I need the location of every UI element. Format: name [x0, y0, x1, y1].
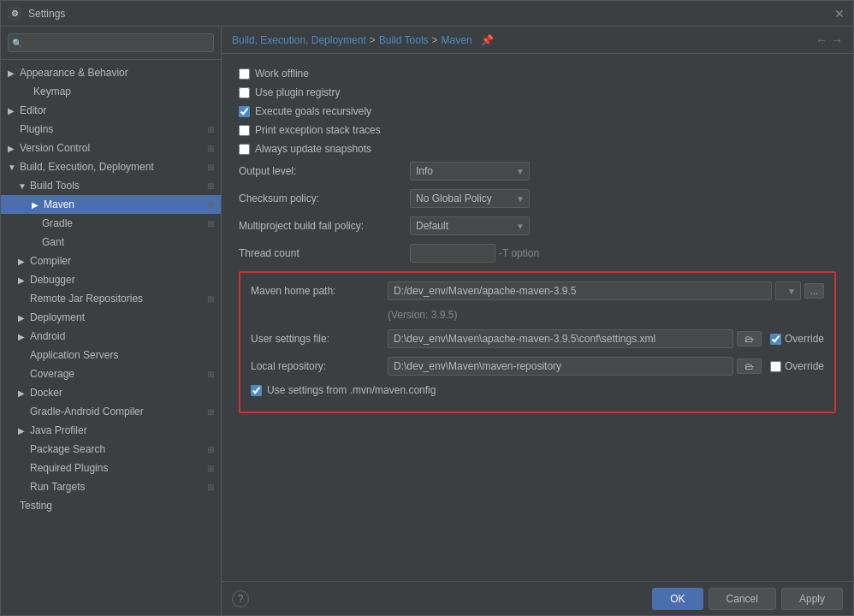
sidebar-item-label: Remote Jar Repositories: [30, 293, 207, 305]
sidebar-item-version-control[interactable]: ▶ Version Control ⊞: [1, 139, 221, 157]
use-plugin-registry-checkbox[interactable]: [239, 87, 250, 98]
sidebar-item-appearance[interactable]: ▶ Appearance & Behavior: [1, 63, 221, 82]
execute-goals-checkbox[interactable]: [239, 106, 250, 117]
maven-home-row: Maven home path: ▼ ...: [251, 281, 824, 300]
execute-goals-row: Execute goals recursively: [239, 105, 836, 117]
sidebar-item-deployment[interactable]: ▶ Deployment: [1, 308, 221, 327]
breadcrumb-sep1: >: [370, 34, 376, 46]
use-settings-checkbox[interactable]: [251, 385, 262, 396]
expand-arrow: ▶: [18, 332, 27, 341]
sidebar-item-package-search[interactable]: Package Search ⊞: [1, 440, 221, 459]
local-repo-override-wrap: Override: [770, 360, 824, 372]
sidebar-item-label: Required Plugins: [30, 462, 207, 474]
breadcrumb-build-exec[interactable]: Build, Execution, Deployment: [232, 34, 366, 46]
sidebar-item-build-exec-deploy[interactable]: ▼ Build, Execution, Deployment ⊞: [1, 157, 221, 176]
action-buttons: OK Cancel Apply: [652, 588, 843, 610]
sidebar-item-label: Editor: [20, 104, 214, 116]
user-settings-browse-button[interactable]: 🗁: [737, 331, 762, 346]
thread-count-input[interactable]: [410, 244, 495, 263]
local-repo-row: Local repository: 🗁 Override: [251, 357, 824, 376]
checksum-policy-select[interactable]: No Global Policy Warn Fail Ignore: [410, 189, 530, 208]
sidebar-item-run-targets[interactable]: Run Targets ⊞: [1, 477, 221, 496]
always-update-checkbox[interactable]: [239, 144, 250, 155]
breadcrumb-pin[interactable]: 📌: [481, 34, 494, 46]
maven-home-input[interactable]: [388, 281, 772, 300]
multiproject-policy-select-wrap: Default Never Always AtEnd AtRequest ▼: [410, 216, 530, 235]
sidebar-item-label: Deployment: [30, 311, 214, 323]
sidebar-item-java-profiler[interactable]: ▶ Java Profiler: [1, 421, 221, 440]
badge-icon: ⊞: [207, 370, 214, 379]
settings-window: ⚙ Settings ✕ ▶ Appearance & Behavior Key…: [0, 0, 854, 616]
help-button[interactable]: ?: [232, 590, 249, 607]
sidebar-item-debugger[interactable]: ▶ Debugger: [1, 270, 221, 289]
nav-forward[interactable]: →: [831, 33, 843, 47]
maven-home-dropdown[interactable]: [775, 281, 801, 300]
sidebar-item-label: Gradle: [42, 217, 207, 229]
sidebar-item-app-servers[interactable]: Application Servers: [1, 346, 221, 364]
maven-home-label: Maven home path:: [251, 285, 388, 297]
work-offline-row: Work offline: [239, 68, 836, 80]
maven-home-browse-button[interactable]: ...: [804, 283, 824, 299]
print-exception-checkbox[interactable]: [239, 125, 250, 136]
app-icon: ⚙: [8, 7, 21, 21]
expand-arrow: [18, 294, 27, 304]
breadcrumb-maven[interactable]: Maven: [442, 34, 472, 46]
work-offline-checkbox[interactable]: [239, 68, 250, 80]
sidebar-item-keymap[interactable]: Keymap: [1, 82, 221, 101]
expand-arrow: [18, 370, 27, 379]
print-exception-label[interactable]: Print exception stack traces: [255, 124, 381, 136]
search-input[interactable]: [8, 33, 214, 52]
expand-arrow: [8, 125, 16, 134]
output-level-select[interactable]: Info Debug Warning Error: [410, 162, 530, 181]
local-repo-override-label[interactable]: Override: [785, 360, 824, 372]
sidebar-item-editor[interactable]: ▶ Editor: [1, 101, 221, 120]
breadcrumb-sep2: >: [432, 34, 438, 46]
sidebar-item-plugins[interactable]: Plugins ⊞: [1, 120, 221, 139]
output-level-row: Output level: Info Debug Warning Error ▼: [239, 162, 836, 181]
expand-arrow: [18, 464, 27, 473]
maven-version-hint: (Version: 3.9.5): [251, 309, 824, 321]
main-content: ▶ Appearance & Behavior Keymap ▶ Editor …: [1, 27, 853, 615]
sidebar-item-remote-jar[interactable]: Remote Jar Repositories ⊞: [1, 289, 221, 308]
cancel-button[interactable]: Cancel: [709, 588, 776, 610]
execute-goals-label[interactable]: Execute goals recursively: [255, 105, 371, 117]
sidebar-item-docker[interactable]: ▶ Docker: [1, 383, 221, 402]
breadcrumb-build-tools[interactable]: Build Tools: [379, 34, 429, 46]
local-repo-browse-button[interactable]: 🗁: [737, 358, 762, 374]
user-settings-input[interactable]: [388, 329, 733, 348]
multiproject-policy-select[interactable]: Default Never Always AtEnd AtRequest: [410, 216, 530, 235]
sidebar-item-maven[interactable]: ▶ Maven ⊞: [1, 195, 221, 214]
sidebar-item-label: Application Servers: [30, 349, 214, 361]
sidebar-item-gradle-android[interactable]: Gradle-Android Compiler ⊞: [1, 402, 221, 421]
always-update-label[interactable]: Always update snapshots: [255, 143, 371, 155]
user-settings-override-checkbox[interactable]: [770, 334, 781, 345]
close-button[interactable]: ✕: [833, 7, 846, 21]
local-repo-input[interactable]: [388, 357, 733, 376]
ok-button[interactable]: OK: [652, 588, 703, 610]
sidebar-item-required-plugins[interactable]: Required Plugins ⊞: [1, 459, 221, 477]
sidebar-item-testing[interactable]: Testing: [1, 496, 221, 515]
use-plugin-registry-label[interactable]: Use plugin registry: [255, 86, 340, 98]
sidebar-item-gradle[interactable]: Gradle ⊞: [1, 214, 221, 233]
badge-icon: ⊞: [207, 200, 214, 210]
thread-count-label: Thread count: [239, 247, 410, 259]
nav-back[interactable]: ←: [815, 33, 827, 47]
expand-arrow: ▶: [18, 257, 27, 266]
sidebar-item-gant[interactable]: Gant: [1, 233, 221, 252]
local-repo-override-checkbox[interactable]: [770, 361, 781, 372]
multiproject-policy-label: Multiproject build fail policy:: [239, 220, 410, 232]
sidebar-item-build-tools[interactable]: ▼ Build Tools ⊞: [1, 176, 221, 195]
work-offline-label[interactable]: Work offline: [255, 68, 309, 80]
sidebar-item-label: Coverage: [30, 368, 207, 380]
use-settings-label[interactable]: Use settings from .mvn/maven.config: [267, 384, 436, 396]
expand-arrow: [18, 445, 27, 454]
apply-button[interactable]: Apply: [781, 588, 843, 610]
sidebar-item-compiler[interactable]: ▶ Compiler: [1, 252, 221, 270]
sidebar-item-coverage[interactable]: Coverage ⊞: [1, 364, 221, 383]
expand-arrow: [18, 483, 27, 492]
checksum-policy-select-wrap: No Global Policy Warn Fail Ignore ▼: [410, 189, 530, 208]
expand-arrow: ▶: [18, 313, 27, 323]
local-repo-label: Local repository:: [251, 360, 388, 372]
sidebar-item-android[interactable]: ▶ Android: [1, 327, 221, 346]
user-settings-override-label[interactable]: Override: [785, 333, 824, 345]
